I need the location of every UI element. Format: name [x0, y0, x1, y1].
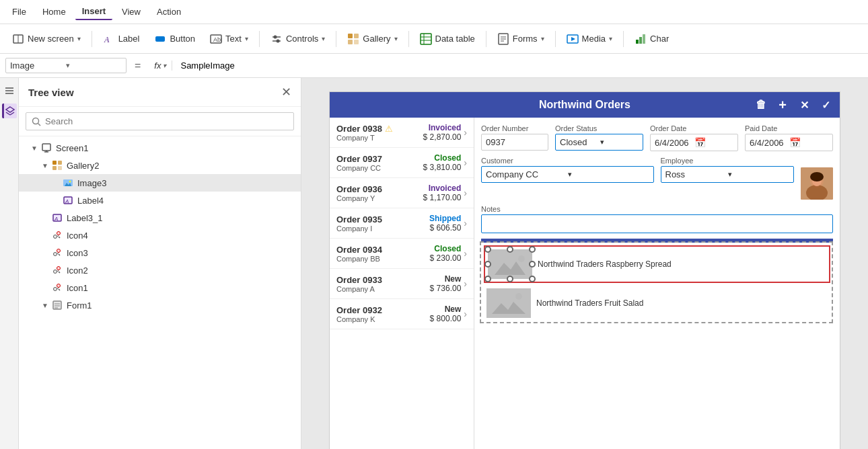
layers-icon[interactable]	[2, 104, 17, 118]
label-button[interactable]: A Label	[96, 30, 147, 48]
add-icon[interactable]: +	[774, 96, 791, 114]
gallery2-label: Gallery2	[67, 161, 99, 171]
tree-header: Tree view ✕	[19, 78, 301, 107]
text-button[interactable]: Abc Text ▾	[203, 30, 255, 48]
arrow-0938: ›	[464, 127, 467, 138]
svg-text:A: A	[54, 216, 58, 222]
gallery2-toggle[interactable]: ▼	[40, 161, 50, 170]
order-amount-0938: $ 2,870.00	[423, 132, 462, 142]
fx-button[interactable]: fx ▾	[149, 60, 172, 71]
data-table-icon	[420, 33, 432, 45]
employee-select[interactable]: Ross ▾	[661, 166, 795, 183]
tree-title: Tree view	[28, 87, 74, 98]
handle-mr[interactable]	[529, 261, 536, 268]
employee-label: Employee	[661, 157, 795, 165]
handle-tl[interactable]	[484, 246, 491, 253]
gallery-row-1[interactable]: Northwind Traders Fruit Salad	[484, 286, 830, 321]
media-button[interactable]: Media ▾	[560, 30, 619, 48]
svg-point-33	[33, 118, 39, 124]
notes-input[interactable]	[481, 214, 833, 233]
svg-rect-12	[348, 40, 353, 44]
svg-point-50	[54, 235, 57, 239]
notes-section: Notes	[481, 205, 833, 233]
image-tree-icon	[62, 177, 74, 189]
menu-insert[interactable]: Insert	[75, 3, 112, 20]
forms-button[interactable]: Forms ▾	[491, 30, 551, 48]
avatar-svg	[801, 167, 833, 200]
menu-home[interactable]: Home	[36, 4, 73, 19]
svg-point-49	[57, 232, 61, 235]
hamburger-icon[interactable]	[2, 83, 17, 98]
order-list: Order 0938 ⚠ Company T Invoiced $ 2,870.…	[330, 118, 474, 449]
paid-date-input[interactable]: 6/4/2006 📅	[745, 134, 833, 151]
svg-point-73	[810, 172, 824, 181]
controls-button[interactable]: Controls ▾	[264, 30, 332, 48]
order-num-0938: Order 0938	[336, 124, 382, 134]
svg-text:A: A	[104, 35, 110, 44]
label3-1-tree-icon: A	[51, 212, 63, 224]
selector-chevron: ▾	[66, 61, 122, 70]
search-box[interactable]	[26, 112, 294, 130]
order-item-0936[interactable]: Order 0936 Company Y Invoiced $ 1,170.00…	[330, 178, 474, 208]
button-button[interactable]: Button	[147, 30, 202, 48]
element-selector[interactable]: Image ▾	[5, 58, 126, 73]
svg-point-9	[276, 39, 279, 42]
handle-bl[interactable]	[484, 276, 491, 282]
handle-br[interactable]	[529, 276, 536, 282]
order-item-0932[interactable]: Order 0932 Company K New $ 800.00 ›	[330, 299, 474, 329]
order-num-0933: Order 0933	[336, 275, 430, 285]
order-item-0935[interactable]: Order 0935 Company I Shipped $ 606.50 ›	[330, 208, 474, 239]
screen1-toggle[interactable]: ▼	[30, 143, 39, 153]
order-status-0937: Closed	[423, 153, 462, 163]
order-item-0933[interactable]: Order 0933 Company A New $ 736.00 ›	[330, 269, 474, 299]
data-table-button[interactable]: Data table	[413, 30, 482, 48]
close-icon[interactable]: ✕	[795, 96, 813, 114]
icon1-label: Icon1	[67, 283, 88, 293]
handle-ml[interactable]	[484, 261, 491, 268]
menu-file[interactable]: File	[5, 4, 33, 19]
delete-icon[interactable]: 🗑	[752, 96, 770, 114]
form1-toggle[interactable]: ▼	[40, 300, 50, 310]
order-company-0936: Company Y	[336, 194, 423, 202]
svg-point-79	[515, 293, 522, 300]
order-num-0934: Order 0934	[336, 245, 430, 255]
tree-item-screen1[interactable]: ▼ Screen1	[19, 139, 301, 157]
paid-date-label: Paid Date	[745, 124, 833, 132]
tree-item-icon2[interactable]: Icon2	[19, 261, 301, 279]
svg-point-61	[57, 284, 61, 288]
order-item-0934[interactable]: Order 0934 Company BB Closed $ 230.00 ›	[330, 239, 474, 269]
tree-item-image3[interactable]: Image3	[19, 174, 301, 192]
app-canvas: Northwind Orders 🗑 + ✕ ✓ Order 0938	[329, 91, 840, 449]
svg-point-44	[69, 181, 71, 183]
tree-item-form1[interactable]: ▼ Form1	[19, 296, 301, 314]
check-icon[interactable]: ✓	[817, 96, 834, 114]
search-input[interactable]	[45, 116, 288, 126]
gallery-name-0: Northwind Traders Raspberry Spread	[538, 259, 672, 269]
tree-item-label4[interactable]: A Label4	[19, 192, 301, 209]
handle-bc[interactable]	[507, 276, 513, 282]
order-number-input[interactable]: 0937	[481, 134, 548, 151]
menu-action[interactable]: Action	[150, 4, 188, 19]
handle-tc[interactable]	[507, 246, 513, 253]
gallery-button[interactable]: Gallery ▾	[340, 30, 404, 48]
order-item-0938[interactable]: Order 0938 ⚠ Company T Invoiced $ 2,870.…	[330, 118, 474, 148]
tree-item-icon3[interactable]: Icon3	[19, 244, 301, 261]
order-status-0934: Closed	[430, 244, 462, 253]
order-item-0937[interactable]: Order 0937 Company CC Closed $ 3,810.00 …	[330, 148, 474, 178]
handle-tr[interactable]	[529, 246, 536, 253]
app-title: Northwind Orders	[539, 99, 630, 111]
svg-rect-41	[58, 166, 62, 170]
customer-select[interactable]: Company CC ▾	[481, 166, 654, 183]
tree-item-label3-1[interactable]: A Label3_1	[19, 209, 301, 227]
tree-item-icon4[interactable]: Icon4	[19, 227, 301, 244]
gallery-row-0[interactable]: Northwind Traders Raspberry Spread	[484, 245, 830, 283]
tree-item-icon1[interactable]: Icon1	[19, 279, 301, 296]
new-screen-button[interactable]: New screen ▾	[5, 30, 87, 48]
formula-input[interactable]	[175, 59, 863, 72]
tree-item-gallery2[interactable]: ▼ Gallery2	[19, 157, 301, 174]
tree-close-button[interactable]: ✕	[281, 85, 291, 99]
menu-view[interactable]: View	[115, 4, 147, 19]
chart-button[interactable]: Char	[628, 30, 676, 48]
order-status-select[interactable]: Closed ▾	[555, 134, 643, 151]
order-date-input[interactable]: 6/4/2006 📅	[650, 134, 738, 151]
